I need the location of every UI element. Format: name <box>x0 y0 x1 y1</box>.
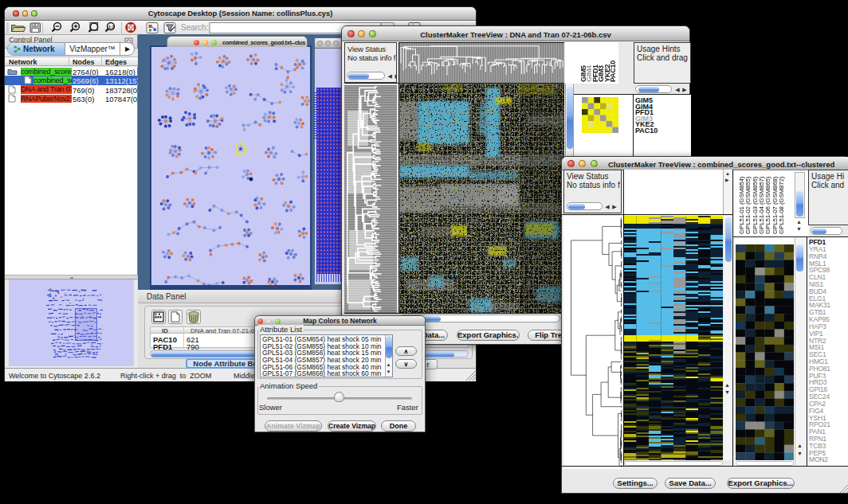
svg-text:Search:: Search: <box>181 23 208 32</box>
svg-text:1:1: 1:1 <box>108 25 114 29</box>
